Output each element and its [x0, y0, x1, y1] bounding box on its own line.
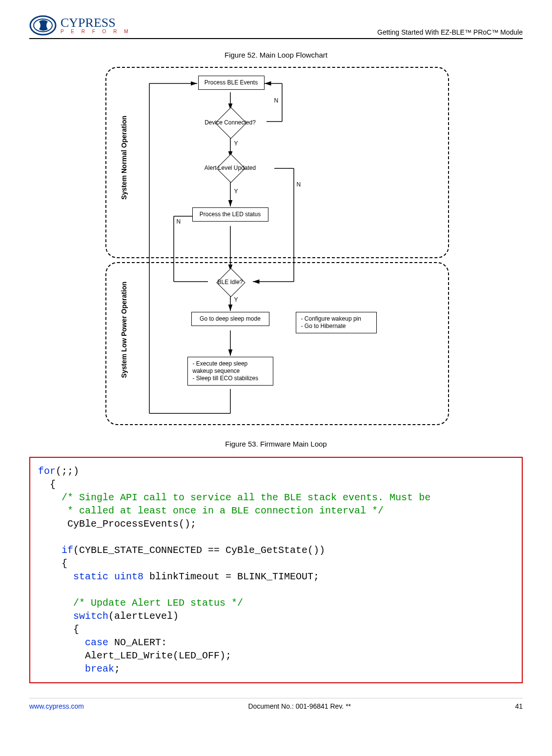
edge-led-no: N — [177, 218, 181, 225]
logo-text-sub: P E R F O R M — [61, 29, 131, 34]
code-listing: for(;;) { /* Single API call to service … — [29, 457, 523, 683]
node-ble-idle: BLE Idle? — [206, 270, 255, 294]
edge-alert-no: N — [297, 181, 301, 188]
edge-idle-yes: Y — [234, 296, 238, 303]
page-footer: www.cypress.com Document No.: 001-96841 … — [29, 698, 523, 710]
footer-doc-number: Document No.: 001-96841 Rev. ** — [248, 702, 351, 710]
edge-device-connected-yes: Y — [234, 140, 238, 147]
code-kw-case: case — [38, 637, 108, 648]
code-comment: /* Single API call to service all the BL… — [38, 492, 430, 503]
node-device-connected: Device Connected? — [205, 108, 256, 137]
group-normal-operation — [105, 67, 449, 258]
header-doc-title: Getting Started With EZ-BLE™ PRoC™ Modul… — [377, 28, 523, 36]
code-comment: /* Update Alert LED status */ — [38, 597, 243, 609]
group-normal-operation-label: System Normal Operation — [120, 116, 128, 200]
node-deep-sleep: Go to deep sleep mode — [191, 312, 269, 326]
node-process-ble-events: Process BLE Events — [198, 76, 265, 90]
group-low-power-operation — [105, 262, 449, 425]
code-comment: * called at least once in a BLE connecti… — [38, 505, 384, 516]
node-wakeup-sequence: - Execute deep sleep wakeup sequence - S… — [187, 357, 273, 386]
footer-link[interactable]: www.cypress.com — [29, 702, 84, 710]
edge-alert-yes: Y — [234, 188, 238, 195]
code-kw-for: for — [38, 466, 56, 477]
code-kw-break: break — [38, 663, 114, 674]
edge-device-connected-no: N — [274, 97, 279, 104]
code-kw-switch: switch — [38, 611, 108, 622]
logo-text-main: CYPRESS — [61, 17, 131, 29]
figure53-caption: Figure 53. Firmware Main Loop — [29, 440, 523, 448]
node-configure-wakeup: - Configure wakeup pin - Go to Hibernate — [296, 312, 377, 333]
code-kw-static: static — [38, 571, 108, 582]
group-low-power-operation-label: System Low Power Operation — [120, 282, 128, 378]
node-alert-level-updated: Alert Level Updated — [186, 156, 274, 180]
node-process-led-status: Process the LED status — [192, 207, 268, 222]
flowchart: System Normal Operation System Low Power… — [101, 67, 452, 428]
footer-page-number: 41 — [515, 702, 523, 710]
figure52-caption: Figure 52. Main Loop Flowchart — [29, 51, 523, 59]
code-kw-if: if — [38, 545, 73, 556]
logo-icon — [29, 15, 57, 36]
logo: CYPRESS P E R F O R M — [29, 15, 131, 36]
page-header: CYPRESS P E R F O R M Getting Started Wi… — [29, 15, 523, 39]
